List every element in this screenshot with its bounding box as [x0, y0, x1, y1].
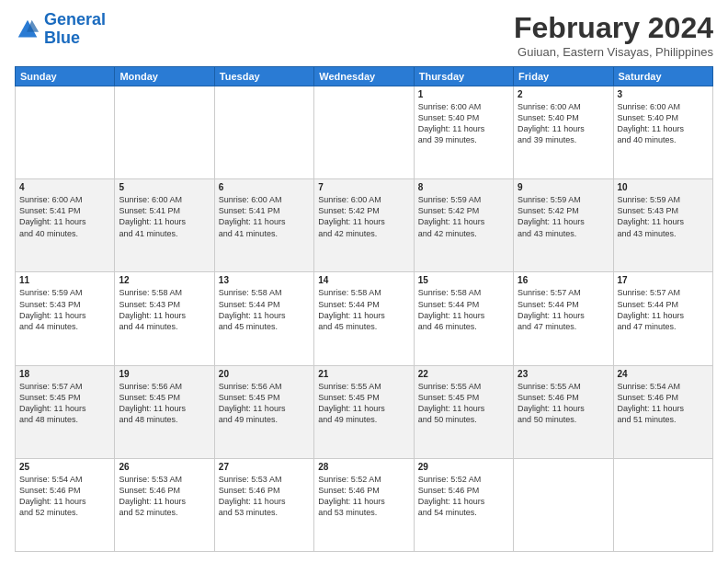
- calendar-cell: [214, 86, 313, 179]
- day-info: Sunrise: 6:00 AMSunset: 5:41 PMDaylight:…: [19, 194, 110, 239]
- day-number: 2: [518, 89, 609, 99]
- calendar-cell: [314, 86, 414, 179]
- calendar-cell: 3Sunrise: 6:00 AMSunset: 5:40 PMDaylight…: [613, 86, 712, 179]
- col-sunday: Sunday: [16, 67, 115, 86]
- calendar-cell: 12Sunrise: 5:58 AMSunset: 5:43 PMDayligh…: [115, 272, 214, 365]
- day-info: Sunrise: 6:00 AMSunset: 5:40 PMDaylight:…: [418, 101, 509, 146]
- calendar-cell: [16, 86, 115, 179]
- week-row-4: 18Sunrise: 5:57 AMSunset: 5:45 PMDayligh…: [16, 365, 713, 458]
- logo-line1: General: [44, 10, 106, 29]
- day-info: Sunrise: 5:59 AMSunset: 5:42 PMDaylight:…: [518, 194, 609, 239]
- day-info: Sunrise: 5:58 AMSunset: 5:43 PMDaylight:…: [119, 287, 210, 332]
- location-subtitle: Guiuan, Eastern Visayas, Philippines: [514, 45, 713, 59]
- day-number: 19: [119, 369, 210, 379]
- day-number: 21: [318, 369, 409, 379]
- calendar-cell: 24Sunrise: 5:54 AMSunset: 5:46 PMDayligh…: [613, 365, 712, 458]
- day-info: Sunrise: 5:59 AMSunset: 5:43 PMDaylight:…: [19, 287, 110, 332]
- col-monday: Monday: [115, 67, 214, 86]
- day-info: Sunrise: 5:53 AMSunset: 5:46 PMDaylight:…: [119, 474, 210, 519]
- calendar-cell: 6Sunrise: 6:00 AMSunset: 5:41 PMDaylight…: [214, 179, 313, 272]
- day-info: Sunrise: 5:57 AMSunset: 5:45 PMDaylight:…: [19, 381, 110, 426]
- day-info: Sunrise: 5:55 AMSunset: 5:45 PMDaylight:…: [318, 381, 409, 426]
- day-number: 27: [219, 462, 310, 472]
- calendar-cell: 28Sunrise: 5:52 AMSunset: 5:46 PMDayligh…: [314, 458, 414, 551]
- day-number: 20: [219, 369, 310, 379]
- week-row-2: 4Sunrise: 6:00 AMSunset: 5:41 PMDaylight…: [16, 179, 713, 272]
- title-block: February 2024 Guiuan, Eastern Visayas, P…: [514, 11, 713, 59]
- calendar-cell: 29Sunrise: 5:52 AMSunset: 5:46 PMDayligh…: [414, 458, 513, 551]
- day-number: 25: [19, 462, 110, 472]
- month-title: February 2024: [514, 11, 713, 45]
- day-info: Sunrise: 5:56 AMSunset: 5:45 PMDaylight:…: [119, 381, 210, 426]
- logo-text: General Blue: [44, 11, 106, 48]
- day-info: Sunrise: 6:00 AMSunset: 5:41 PMDaylight:…: [219, 194, 310, 239]
- day-number: 3: [618, 89, 709, 99]
- calendar-cell: 5Sunrise: 6:00 AMSunset: 5:41 PMDaylight…: [115, 179, 214, 272]
- calendar: Sunday Monday Tuesday Wednesday Thursday…: [15, 66, 713, 552]
- calendar-cell: 1Sunrise: 6:00 AMSunset: 5:40 PMDaylight…: [414, 86, 513, 179]
- day-info: Sunrise: 5:55 AMSunset: 5:46 PMDaylight:…: [518, 381, 609, 426]
- calendar-cell: 17Sunrise: 5:57 AMSunset: 5:44 PMDayligh…: [613, 272, 712, 365]
- day-info: Sunrise: 6:00 AMSunset: 5:42 PMDaylight:…: [318, 194, 409, 239]
- calendar-cell: 18Sunrise: 5:57 AMSunset: 5:45 PMDayligh…: [16, 365, 115, 458]
- day-info: Sunrise: 6:00 AMSunset: 5:40 PMDaylight:…: [518, 101, 609, 146]
- day-info: Sunrise: 5:56 AMSunset: 5:45 PMDaylight:…: [219, 381, 310, 426]
- calendar-cell: 22Sunrise: 5:55 AMSunset: 5:45 PMDayligh…: [414, 365, 513, 458]
- day-number: 11: [19, 275, 110, 285]
- day-info: Sunrise: 5:57 AMSunset: 5:44 PMDaylight:…: [518, 287, 609, 332]
- day-number: 18: [19, 369, 110, 379]
- calendar-cell: 11Sunrise: 5:59 AMSunset: 5:43 PMDayligh…: [16, 272, 115, 365]
- week-row-5: 25Sunrise: 5:54 AMSunset: 5:46 PMDayligh…: [16, 458, 713, 551]
- col-wednesday: Wednesday: [314, 67, 414, 86]
- calendar-cell: [613, 458, 712, 551]
- day-info: Sunrise: 5:58 AMSunset: 5:44 PMDaylight:…: [418, 287, 509, 332]
- calendar-cell: 9Sunrise: 5:59 AMSunset: 5:42 PMDaylight…: [514, 179, 613, 272]
- calendar-cell: 20Sunrise: 5:56 AMSunset: 5:45 PMDayligh…: [214, 365, 313, 458]
- calendar-cell: 4Sunrise: 6:00 AMSunset: 5:41 PMDaylight…: [16, 179, 115, 272]
- day-info: Sunrise: 5:52 AMSunset: 5:46 PMDaylight:…: [318, 474, 409, 519]
- day-number: 4: [19, 182, 110, 192]
- day-number: 13: [219, 275, 310, 285]
- day-info: Sunrise: 5:58 AMSunset: 5:44 PMDaylight:…: [318, 287, 409, 332]
- week-row-3: 11Sunrise: 5:59 AMSunset: 5:43 PMDayligh…: [16, 272, 713, 365]
- day-number: 5: [119, 182, 210, 192]
- day-number: 16: [518, 275, 609, 285]
- day-info: Sunrise: 6:00 AMSunset: 5:40 PMDaylight:…: [618, 101, 709, 146]
- day-info: Sunrise: 5:59 AMSunset: 5:43 PMDaylight:…: [618, 194, 709, 239]
- day-number: 7: [318, 182, 409, 192]
- calendar-cell: 10Sunrise: 5:59 AMSunset: 5:43 PMDayligh…: [613, 179, 712, 272]
- day-info: Sunrise: 5:59 AMSunset: 5:42 PMDaylight:…: [418, 194, 509, 239]
- logo: General Blue: [15, 11, 106, 48]
- day-number: 14: [318, 275, 409, 285]
- col-tuesday: Tuesday: [214, 67, 313, 86]
- day-info: Sunrise: 5:54 AMSunset: 5:46 PMDaylight:…: [19, 474, 110, 519]
- calendar-cell: [514, 458, 613, 551]
- calendar-cell: 19Sunrise: 5:56 AMSunset: 5:45 PMDayligh…: [115, 365, 214, 458]
- day-info: Sunrise: 5:58 AMSunset: 5:44 PMDaylight:…: [219, 287, 310, 332]
- day-info: Sunrise: 5:57 AMSunset: 5:44 PMDaylight:…: [618, 287, 709, 332]
- day-info: Sunrise: 5:55 AMSunset: 5:45 PMDaylight:…: [418, 381, 509, 426]
- day-number: 10: [618, 182, 709, 192]
- calendar-cell: 26Sunrise: 5:53 AMSunset: 5:46 PMDayligh…: [115, 458, 214, 551]
- logo-icon: [15, 17, 40, 42]
- logo-line2: Blue: [44, 29, 80, 47]
- day-number: 23: [518, 369, 609, 379]
- day-number: 12: [119, 275, 210, 285]
- day-number: 17: [618, 275, 709, 285]
- day-info: Sunrise: 5:52 AMSunset: 5:46 PMDaylight:…: [418, 474, 509, 519]
- calendar-cell: 8Sunrise: 5:59 AMSunset: 5:42 PMDaylight…: [414, 179, 513, 272]
- day-info: Sunrise: 5:53 AMSunset: 5:46 PMDaylight:…: [219, 474, 310, 519]
- calendar-cell: 15Sunrise: 5:58 AMSunset: 5:44 PMDayligh…: [414, 272, 513, 365]
- day-info: Sunrise: 6:00 AMSunset: 5:41 PMDaylight:…: [119, 194, 210, 239]
- day-number: 8: [418, 182, 509, 192]
- calendar-cell: 23Sunrise: 5:55 AMSunset: 5:46 PMDayligh…: [514, 365, 613, 458]
- calendar-cell: 21Sunrise: 5:55 AMSunset: 5:45 PMDayligh…: [314, 365, 414, 458]
- calendar-cell: 13Sunrise: 5:58 AMSunset: 5:44 PMDayligh…: [214, 272, 313, 365]
- calendar-cell: 7Sunrise: 6:00 AMSunset: 5:42 PMDaylight…: [314, 179, 414, 272]
- calendar-cell: 14Sunrise: 5:58 AMSunset: 5:44 PMDayligh…: [314, 272, 414, 365]
- week-row-1: 1Sunrise: 6:00 AMSunset: 5:40 PMDaylight…: [16, 86, 713, 179]
- day-number: 6: [219, 182, 310, 192]
- day-number: 28: [318, 462, 409, 472]
- col-friday: Friday: [514, 67, 613, 86]
- calendar-cell: [115, 86, 214, 179]
